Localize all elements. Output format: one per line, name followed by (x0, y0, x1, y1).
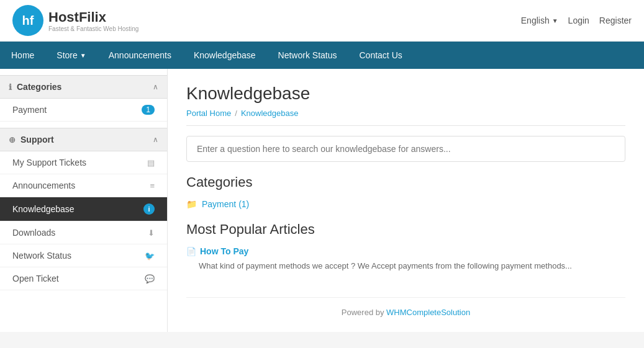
articles-section: Most Popular Articles 📄 How To Pay What … (186, 221, 625, 272)
whmcs-link[interactable]: WHMCompleteSolution (386, 308, 470, 317)
globe-icon: ⊕ (9, 135, 16, 145)
breadcrumb-home[interactable]: Portal Home (186, 109, 231, 118)
support-header-label: Support (20, 135, 54, 145)
categories-chevron-icon[interactable]: ∧ (153, 83, 158, 91)
support-section: ⊕ Support ∧ My Support Tickets ▤ Announc… (0, 128, 167, 290)
main-layout: ℹ Categories ∧ Payment 1 ⊕ Support ∧ (0, 69, 644, 332)
network-icon: 🐦 (145, 251, 155, 261)
categories-section: ℹ Categories ∧ Payment 1 (0, 75, 167, 122)
nav-knowledgebase[interactable]: Knowledgebase (183, 42, 267, 69)
nav-store-arrow-icon: ▼ (80, 52, 86, 59)
powered-by: Powered by WHMCompleteSolution (186, 297, 625, 317)
brand-part1: Host (48, 9, 79, 25)
support-header: ⊕ Support ∧ (0, 128, 167, 151)
payment-category-label: Payment (1) (202, 199, 249, 209)
top-right: English ▼ Login Register (521, 16, 632, 25)
language-button[interactable]: English ▼ (521, 16, 558, 25)
ticket-icon: ▤ (147, 158, 155, 167)
sidebar-item-kb-left: Knowledgebase (12, 204, 75, 214)
sidebar-item-ann-label: Announcements (12, 181, 75, 190)
nav-contact-us[interactable]: Contact Us (348, 42, 414, 69)
login-link[interactable]: Login (568, 16, 589, 25)
list-icon: ≡ (150, 181, 155, 190)
sidebar-item-network-status[interactable]: Network Status 🐦 (0, 244, 167, 267)
sidebar-item-announcements[interactable]: Announcements ≡ (0, 174, 167, 197)
sidebar-item-dl-left: Downloads (12, 228, 55, 238)
sidebar-item-ot-left: Open Ticket (12, 274, 59, 283)
sidebar-item-open-ticket[interactable]: Open Ticket 💬 (0, 267, 167, 290)
active-info-icon: i (143, 203, 155, 215)
breadcrumb: Portal Home / Knowledgebase (186, 109, 625, 126)
sidebar-item-knowledgebase[interactable]: Knowledgebase i (0, 197, 167, 221)
logo-area: hf HostFilix Fastest & Fantastic Web Hos… (12, 5, 138, 36)
info-circle-icon: ℹ (9, 83, 12, 92)
page-title: Knowledgebase (186, 84, 625, 104)
categories-header-left: ℹ Categories (9, 82, 61, 92)
chat-icon: 💬 (145, 274, 155, 283)
article-link[interactable]: How To Pay (200, 246, 248, 256)
brand-name: HostFilix (48, 9, 138, 25)
article-description: What kind of payment methods we accept ?… (199, 260, 625, 272)
article-doc-icon: 📄 (186, 247, 196, 256)
support-chevron-icon[interactable]: ∧ (153, 135, 158, 144)
nav-network-status[interactable]: Network Status (267, 42, 348, 69)
register-link[interactable]: Register (599, 16, 632, 25)
top-bar: hf HostFilix Fastest & Fantastic Web Hos… (0, 0, 644, 42)
sidebar: ℹ Categories ∧ Payment 1 ⊕ Support ∧ (0, 69, 168, 332)
nav-home[interactable]: Home (0, 42, 45, 69)
nav-store-label: Store (57, 50, 77, 60)
categories-header-label: Categories (17, 82, 61, 92)
sidebar-item-net-label: Network Status (12, 251, 71, 261)
sidebar-item-dl-label: Downloads (12, 228, 55, 238)
download-icon: ⬇ (148, 228, 155, 238)
logo-icon: hf (12, 5, 43, 36)
sidebar-item-my-support-tickets[interactable]: My Support Tickets ▤ (0, 151, 167, 174)
logo-text: HostFilix Fastest & Fantastic Web Hostin… (48, 9, 138, 32)
language-arrow-icon: ▼ (552, 17, 558, 24)
brand-part2: Filix (79, 9, 106, 25)
folder-icon: 📁 (186, 199, 197, 209)
sidebar-item-net-left: Network Status (12, 251, 71, 261)
sidebar-item-tickets-label: My Support Tickets (12, 158, 86, 167)
sidebar-item-kb-label: Knowledgebase (12, 204, 75, 214)
sidebar-item-downloads[interactable]: Downloads ⬇ (0, 221, 167, 244)
breadcrumb-separator: / (235, 109, 237, 118)
categories-header: ℹ Categories ∧ (0, 75, 167, 99)
language-label: English (521, 16, 550, 25)
sidebar-item-ot-label: Open Ticket (12, 274, 59, 283)
nav-announcements[interactable]: Announcements (98, 42, 183, 69)
categories-section-title: Categories (186, 174, 625, 190)
main-content: Knowledgebase Portal Home / Knowledgebas… (168, 69, 644, 332)
main-nav: Home Store ▼ Announcements Knowledgebase… (0, 42, 644, 69)
powered-by-text: Powered by (342, 308, 386, 317)
sidebar-item-tickets-left: My Support Tickets (12, 158, 86, 167)
logo-tagline: Fastest & Fantastic Web Hosting (48, 25, 138, 32)
payment-badge: 1 (142, 105, 155, 115)
sidebar-item-payment[interactable]: Payment 1 (0, 99, 167, 122)
nav-store[interactable]: Store ▼ (45, 42, 97, 69)
sidebar-item-payment-left: Payment (12, 105, 47, 115)
support-header-left: ⊕ Support (9, 135, 54, 145)
sidebar-item-ann-left: Announcements (12, 181, 75, 190)
sidebar-item-payment-label: Payment (12, 105, 47, 115)
breadcrumb-current[interactable]: Knowledgebase (241, 109, 299, 118)
payment-category-link[interactable]: 📁 Payment (1) (186, 199, 625, 209)
popular-articles-title: Most Popular Articles (186, 221, 625, 238)
search-input[interactable] (186, 136, 625, 162)
article-title-row: 📄 How To Pay (186, 246, 625, 256)
